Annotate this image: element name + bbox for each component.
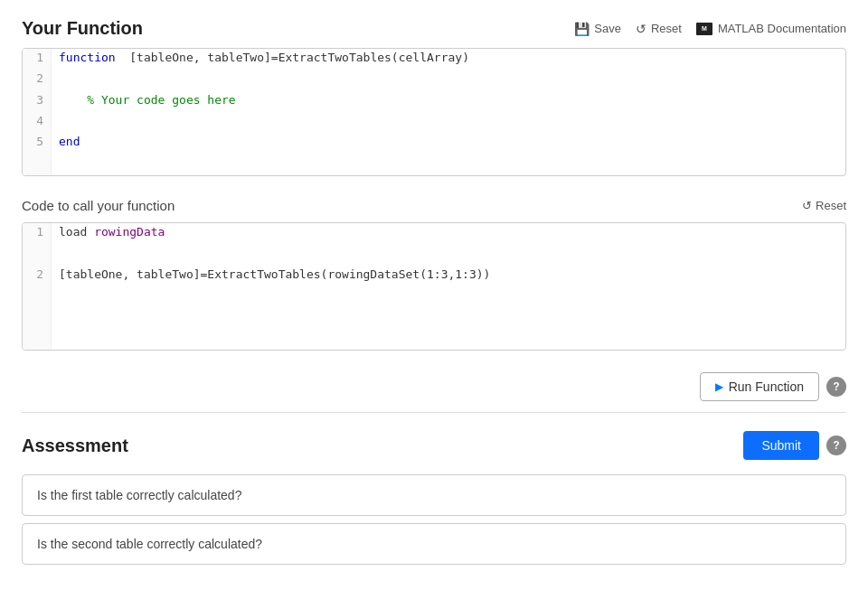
- reset-call-icon: ↺: [802, 199, 812, 212]
- function-line-1: 1 function [tableOne, tableTwo]=ExtractT…: [23, 49, 845, 70]
- call-code-editor[interactable]: 1 load rowingData 2 [tableOne, tableTwo]…: [22, 222, 846, 351]
- function-line-6: [23, 155, 845, 175]
- matlab-doc-button[interactable]: M MATLAB Documentation: [696, 22, 846, 35]
- function-code-editor[interactable]: 1 function [tableOne, tableTwo]=ExtractT…: [22, 48, 846, 176]
- line-num-4: 4: [23, 112, 52, 133]
- call-line-num-3: [23, 307, 52, 350]
- save-label: Save: [594, 22, 621, 35]
- line-num-6: [23, 155, 52, 175]
- reset-function-button[interactable]: ↺ Reset: [636, 22, 682, 36]
- your-function-header: Your Function 💾 Save ↺ Reset M MATLAB Do…: [22, 18, 846, 39]
- call-line-2: 2 [tableOne, tableTwo]=ExtractTwoTables(…: [23, 266, 845, 308]
- variable-rowingdata: rowingData: [94, 225, 165, 239]
- toolbar-buttons: 💾 Save ↺ Reset M MATLAB Documentation: [574, 22, 846, 36]
- play-icon: ▶: [715, 380, 723, 393]
- reset-call-label: Reset: [816, 199, 846, 212]
- keyword-function: function: [59, 51, 116, 64]
- save-icon: 💾: [574, 22, 590, 36]
- call-function-title: Code to call your function: [22, 198, 175, 213]
- run-function-area: ▶ Run Function ?: [22, 372, 846, 401]
- line-code-5: end: [52, 133, 845, 154]
- function-line-2: 2: [23, 70, 845, 90]
- line-code-4: [52, 112, 845, 133]
- line-code-2: [52, 70, 845, 90]
- submit-button[interactable]: Submit: [743, 431, 819, 460]
- call-line-1: 1 load rowingData: [23, 223, 845, 266]
- function-line-3: 3 % Your code goes here: [23, 91, 845, 112]
- assessment-question-2-text: Is the second table correctly calculated…: [37, 537, 262, 551]
- assessment-question-1-text: Is the first table correctly calculated?: [37, 488, 241, 502]
- assessment-title: Assessment: [22, 435, 128, 456]
- keyword-end: end: [59, 135, 80, 148]
- call-line-code-1: load rowingData: [52, 223, 845, 266]
- line-code-3: % Your code goes here: [52, 91, 845, 112]
- function-code-lines: 1 function [tableOne, tableTwo]=ExtractT…: [23, 49, 845, 175]
- assessment-question-1: Is the first table correctly calculated?: [22, 474, 846, 516]
- matlab-doc-label: MATLAB Documentation: [718, 22, 846, 35]
- reset-function-label: Reset: [651, 22, 682, 35]
- function-line-5: 5 end: [23, 133, 845, 154]
- call-function-header: Code to call your function ↺ Reset: [22, 198, 846, 213]
- matlab-icon: M: [696, 23, 712, 35]
- save-button[interactable]: 💾 Save: [574, 22, 621, 36]
- line-num-2: 2: [23, 70, 52, 90]
- line-num-3: 3: [23, 91, 52, 112]
- run-help-button[interactable]: ?: [826, 377, 846, 397]
- run-function-label: Run Function: [729, 379, 804, 394]
- assessment-section: Assessment Submit ? Is the first table c…: [22, 412, 846, 565]
- assessment-actions: Submit ?: [743, 431, 846, 460]
- comment-code: % Your code goes here: [59, 93, 236, 107]
- reset-icon: ↺: [636, 22, 646, 36]
- reset-call-button[interactable]: ↺ Reset: [802, 199, 846, 212]
- call-line-code-2: [tableOne, tableTwo]=ExtractTwoTables(ro…: [52, 266, 845, 308]
- call-code-lines: 1 load rowingData 2 [tableOne, tableTwo]…: [23, 223, 845, 350]
- your-function-title: Your Function: [22, 18, 143, 39]
- call-line-3: [23, 307, 845, 350]
- line-num-5: 5: [23, 133, 52, 154]
- function-line-4: 4: [23, 112, 845, 133]
- line-code-1: function [tableOne, tableTwo]=ExtractTwo…: [52, 49, 845, 70]
- assessment-question-2: Is the second table correctly calculated…: [22, 523, 846, 565]
- call-line-num-1: 1: [23, 223, 52, 266]
- assessment-help-button[interactable]: ?: [826, 435, 846, 455]
- call-line-num-2: 2: [23, 266, 52, 308]
- run-function-button[interactable]: ▶ Run Function: [700, 372, 819, 401]
- line-num-1: 1: [23, 49, 52, 70]
- line-code-6: [52, 155, 845, 175]
- call-line-code-3: [52, 307, 845, 350]
- assessment-header: Assessment Submit ?: [22, 431, 846, 460]
